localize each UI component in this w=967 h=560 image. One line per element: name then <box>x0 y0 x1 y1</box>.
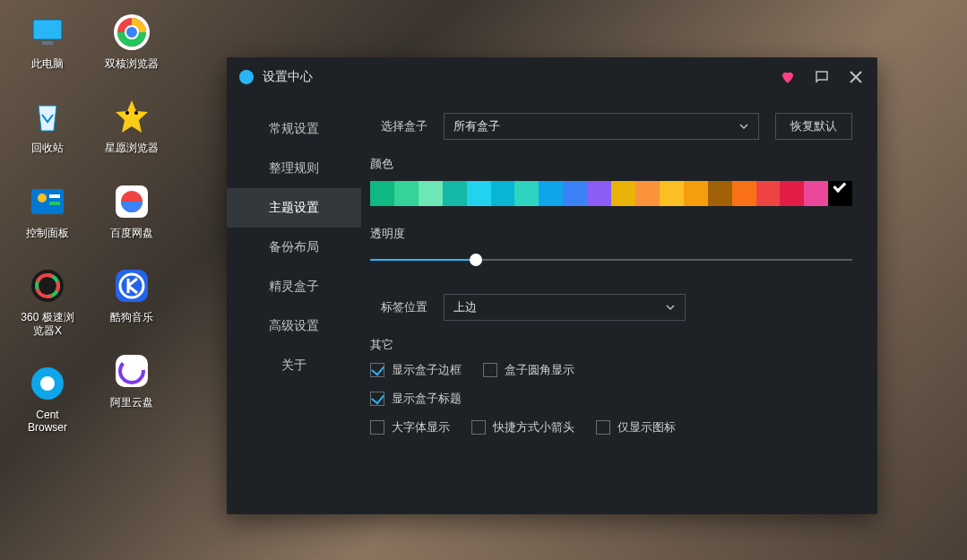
360-browser-icon-graphic <box>26 264 69 307</box>
desktop-icon-label: 此电脑 <box>31 57 64 70</box>
close-icon[interactable] <box>847 68 865 86</box>
color-swatch[interactable] <box>635 181 660 206</box>
recycle-icon-graphic <box>26 95 69 138</box>
checkbox-box <box>370 392 384 406</box>
sidebar-item-5[interactable]: 高级设置 <box>227 306 361 346</box>
desktop-icon-label: Cent Browser <box>16 409 79 435</box>
label-position-dropdown[interactable]: 上边 <box>444 294 686 321</box>
checkbox-box <box>471 420 486 435</box>
select-box-value: 所有盒子 <box>453 118 500 134</box>
aliyun-disk-icon[interactable]: 阿里云盘 <box>100 349 163 409</box>
kugou-icon-graphic <box>110 264 153 307</box>
kugou-icon[interactable]: 酷狗音乐 <box>100 264 163 323</box>
color-swatch[interactable] <box>780 181 804 206</box>
sidebar-item-4[interactable]: 精灵盒子 <box>227 267 361 306</box>
checkbox-box <box>596 420 610 435</box>
checkbox-0-0[interactable]: 显示盒子边框 <box>370 362 462 378</box>
checkbox-0-1[interactable]: 盒子圆角显示 <box>483 362 574 378</box>
color-swatch[interactable] <box>394 181 419 206</box>
desktop-icon-label: 星愿浏览器 <box>105 142 159 154</box>
checkbox-label: 大字体显示 <box>392 419 450 435</box>
color-swatch[interactable] <box>611 181 635 206</box>
dual-browser-icon[interactable]: 双核浏览器 <box>100 11 163 70</box>
content-pane: 选择盒子 所有盒子 恢复默认 颜色 透明度 标签位置 上边 <box>361 97 877 514</box>
chevron-down-icon <box>665 302 676 313</box>
color-swatch[interactable] <box>370 181 394 206</box>
color-swatch[interactable] <box>587 181 611 206</box>
control-panel-icon-graphic <box>26 180 69 223</box>
checkbox-label: 显示盒子标题 <box>392 391 462 407</box>
color-swatch[interactable] <box>708 181 732 206</box>
color-swatch[interactable] <box>419 181 443 206</box>
svg-rect-6 <box>49 202 60 205</box>
checkbox-box <box>483 363 497 377</box>
color-swatch[interactable] <box>491 181 515 206</box>
checkbox-1-0[interactable]: 显示盒子标题 <box>370 391 462 407</box>
checkbox-2-0[interactable]: 大字体显示 <box>370 419 450 435</box>
color-swatch[interactable] <box>660 181 684 206</box>
desktop-icon-label: 百度网盘 <box>110 227 153 239</box>
opacity-slider[interactable] <box>370 251 852 269</box>
pc-icon-graphic <box>26 11 69 54</box>
checkbox-label: 盒子圆角显示 <box>505 362 574 378</box>
star-browser-icon-graphic <box>110 95 153 138</box>
sidebar-item-1[interactable]: 整理规则 <box>227 149 361 188</box>
heart-icon[interactable] <box>779 68 797 86</box>
color-swatch[interactable] <box>684 181 708 206</box>
color-swatch[interactable] <box>732 181 756 206</box>
color-swatch[interactable] <box>539 181 563 206</box>
svg-rect-0 <box>33 20 62 39</box>
color-label: 颜色 <box>370 156 852 172</box>
window-title: 设置中心 <box>263 69 770 85</box>
chevron-down-icon <box>738 121 749 132</box>
checkbox-2-1[interactable]: 快捷方式小箭头 <box>471 419 574 435</box>
checkbox-label: 快捷方式小箭头 <box>493 419 574 435</box>
color-swatch[interactable] <box>756 181 781 206</box>
label-position-label: 标签位置 <box>370 299 427 315</box>
desktop-icon-label: 酷狗音乐 <box>110 311 153 323</box>
slider-thumb[interactable] <box>470 254 482 266</box>
svg-rect-2 <box>42 41 53 45</box>
select-box-label: 选择盒子 <box>370 118 427 134</box>
sidebar-item-6[interactable]: 关于 <box>227 346 361 385</box>
sidebar: 常规设置整理规则主题设置备份布局精灵盒子高级设置关于 <box>227 97 361 514</box>
svg-point-18 <box>134 111 138 115</box>
color-swatch[interactable] <box>514 181 539 206</box>
color-swatch[interactable] <box>804 181 828 206</box>
color-swatch[interactable] <box>467 181 491 206</box>
color-swatch[interactable] <box>563 181 587 206</box>
svg-point-11 <box>40 376 55 391</box>
color-palette <box>370 181 852 206</box>
desktop-icon-label: 回收站 <box>31 142 64 154</box>
opacity-label: 透明度 <box>370 226 852 242</box>
control-panel-icon[interactable]: 控制面板 <box>16 180 79 239</box>
desktop-icon-label: 360 极速浏览器X <box>16 311 79 337</box>
sidebar-item-0[interactable]: 常规设置 <box>227 109 361 149</box>
select-box-dropdown[interactable]: 所有盒子 <box>444 113 759 140</box>
aliyun-disk-icon-graphic <box>110 349 153 392</box>
other-label: 其它 <box>370 337 852 353</box>
cent-browser-icon[interactable]: Cent Browser <box>16 362 79 435</box>
settings-window: 设置中心 常规设置整理规则主题设置备份布局精灵盒子高级设置关于 选择盒子 所有盒… <box>227 57 877 514</box>
desktop-icon-label: 控制面板 <box>26 227 69 239</box>
label-position-value: 上边 <box>453 299 477 315</box>
checkbox-2-2[interactable]: 仅显示图标 <box>596 419 676 435</box>
checkbox-label: 仅显示图标 <box>617 419 676 435</box>
sidebar-item-3[interactable]: 备份布局 <box>227 228 361 267</box>
recycle-icon[interactable]: 回收站 <box>16 95 79 154</box>
baidu-disk-icon[interactable]: 百度网盘 <box>100 180 163 239</box>
checkbox-label: 显示盒子边框 <box>392 362 462 378</box>
sidebar-item-2[interactable]: 主题设置 <box>227 188 361 228</box>
color-swatch[interactable] <box>443 181 467 206</box>
dual-browser-icon-graphic <box>110 11 153 54</box>
star-browser-icon[interactable]: 星愿浏览器 <box>100 95 163 154</box>
restore-default-button[interactable]: 恢复默认 <box>775 113 852 140</box>
svg-rect-5 <box>49 194 60 198</box>
pc-icon[interactable]: 此电脑 <box>16 11 79 70</box>
svg-point-4 <box>38 194 47 202</box>
360-browser-icon[interactable]: 360 极速浏览器X <box>16 264 79 337</box>
titlebar: 设置中心 <box>227 57 877 97</box>
app-icon <box>239 70 254 84</box>
color-swatch[interactable] <box>828 181 852 206</box>
feedback-icon[interactable] <box>813 68 831 86</box>
